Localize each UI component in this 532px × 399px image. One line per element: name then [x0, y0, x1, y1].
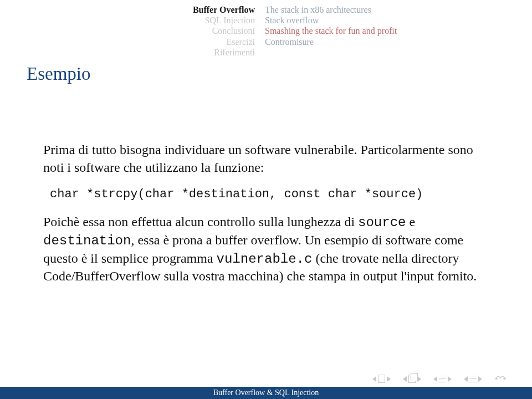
section-icon[interactable]: [439, 376, 446, 382]
next-section-icon[interactable]: [448, 376, 452, 382]
nav-sub-contromisure[interactable]: Contromisure: [265, 37, 397, 47]
nav-sections: Buffer Overflow SQL Injection Conclusion…: [0, 4, 255, 58]
code-destination: destination: [43, 233, 131, 248]
code-vulnerable: vulnerable.c: [217, 252, 313, 267]
beamer-nav-bar: ↶↷: [372, 374, 505, 383]
nav-frame-group: [403, 375, 421, 383]
nav-section-conclusioni[interactable]: Conclusioni: [0, 25, 255, 36]
paragraph-intro: Prima di tutto bisogna individuare un so…: [43, 141, 489, 176]
slide-body: Prima di tutto bisogna individuare un so…: [43, 141, 489, 285]
nav-section-buffer-overflow[interactable]: Buffer Overflow: [0, 4, 255, 15]
nav-subsections: The stack in x86 architectures Stack ove…: [255, 4, 397, 58]
next-frame-icon[interactable]: [417, 376, 421, 382]
frame-icon[interactable]: [408, 375, 416, 383]
prev-section-icon[interactable]: [433, 376, 437, 382]
code-strcpy: char *strcpy(char *destination, const ch…: [50, 186, 489, 202]
next-slide-icon[interactable]: [387, 376, 391, 382]
text-span: Poichè essa non effettua alcun controllo…: [43, 214, 358, 229]
prev-subsection-icon[interactable]: [464, 376, 468, 382]
slide-icon[interactable]: [378, 375, 385, 383]
subsection-icon[interactable]: [469, 376, 477, 382]
nav-sub-stack-x86[interactable]: The stack in x86 architectures: [265, 4, 397, 15]
nav-section-riferimenti[interactable]: Riferimenti: [0, 47, 255, 58]
footer-title: Buffer Overflow & SQL Injection: [0, 387, 532, 399]
back-forward-icon[interactable]: ↶↷: [494, 374, 505, 383]
paragraph-explain: Poichè essa non effettua alcun controllo…: [43, 213, 489, 285]
nav-section-sql-injection[interactable]: SQL Injection: [0, 15, 255, 25]
nav-subsection-group: [464, 376, 482, 382]
text-span: e: [406, 214, 415, 229]
nav-section-esercizi[interactable]: Esercizi: [0, 37, 255, 47]
prev-frame-icon[interactable]: [403, 376, 407, 382]
slide-title: Esempio: [27, 64, 90, 84]
next-subsection-icon[interactable]: [478, 376, 482, 382]
prev-slide-icon[interactable]: [372, 376, 376, 382]
nav-sub-smashing[interactable]: Smashing the stack for fun and profit: [265, 25, 397, 36]
code-source: source: [358, 215, 406, 230]
nav-slide-group: [372, 375, 391, 383]
nav-section-group: [433, 376, 452, 382]
nav-sub-stack-overflow[interactable]: Stack overflow: [265, 15, 397, 25]
slide-header: Buffer Overflow SQL Injection Conclusion…: [0, 4, 532, 58]
